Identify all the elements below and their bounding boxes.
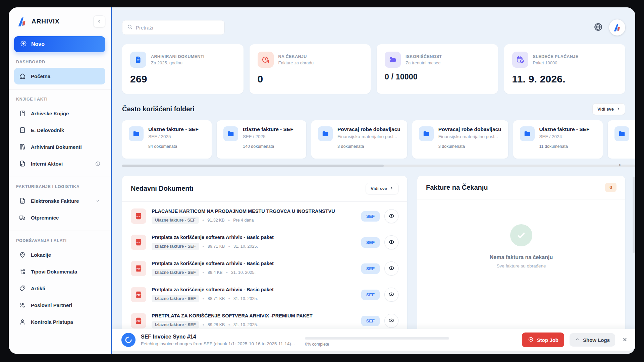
stop-job-label: Stop Job xyxy=(537,337,558,343)
pdf-file-icon: PDF xyxy=(131,313,146,328)
document-category: Izlazne fakture - SEF xyxy=(152,321,199,328)
stat-label: ARHIVIRANI DOKUMENTI xyxy=(151,54,205,59)
stat-sublabel: Paket 10000 xyxy=(533,60,579,65)
document-category: Ulazne fakture - SEF xyxy=(152,217,199,224)
folders-view-all-button[interactable]: Vidi sve xyxy=(592,103,625,115)
close-job-bar-button[interactable] xyxy=(622,337,628,344)
folder-subtitle: SEF / 2025 xyxy=(243,134,293,139)
search-box[interactable] xyxy=(122,20,225,35)
folders-section-header: Često korišćeni folderi Vidi sve xyxy=(122,103,625,115)
stop-job-button[interactable]: Stop Job xyxy=(522,333,564,347)
folder-card[interactable]: Izlazne fakture - SEF SEF / 2025 140 dok… xyxy=(217,120,306,159)
sidebar-section: PODEŠAVANJA I ALATI Lokacije xyxy=(9,238,111,335)
chevron-up-icon xyxy=(575,337,580,343)
folder-card[interactable]: Povracaj robe dobavljacu Finansijsko-mat… xyxy=(311,120,407,159)
job-title: SEF Invoice Sync #14 xyxy=(141,334,295,340)
view-document-button[interactable] xyxy=(384,261,398,276)
document-title: PLACANJE KARTICOM NA PRODAJNOM MESTU TRG… xyxy=(152,208,356,214)
sidebar-item-label: Lokacije xyxy=(31,252,51,258)
search-input[interactable] xyxy=(136,25,220,31)
recent-documents-title: Nedavni Dokumenti xyxy=(131,185,194,192)
people-icon xyxy=(19,301,26,309)
view-document-button[interactable] xyxy=(384,235,398,249)
sidebar-item[interactable]: Tipovi Dokumenata xyxy=(14,263,105,280)
view-document-button[interactable] xyxy=(384,314,398,328)
calendar-clock-icon xyxy=(512,52,528,68)
sef-badge: SEF xyxy=(361,211,380,222)
view-document-button[interactable] xyxy=(384,209,398,223)
sidebar-item-label: Početna xyxy=(31,73,50,79)
horizontal-scrollbar[interactable]: ▸ xyxy=(122,165,635,167)
sidebar-item[interactable]: Lokacije xyxy=(14,246,105,263)
folder-icon xyxy=(614,126,629,141)
document-row[interactable]: PDF Pretplata za korišćenje softvera Arh… xyxy=(131,229,398,255)
new-button[interactable]: Novo xyxy=(14,36,105,52)
stat-value: 0 xyxy=(258,73,363,85)
stat-sublabel: Fakture za obradu xyxy=(278,60,314,65)
sef-badge: SEF xyxy=(361,316,380,326)
panels: Nedavni Dokumenti Vidi sve PDF xyxy=(122,176,625,350)
job-subtitle: Fetching invoice changes from SEF (chunk… xyxy=(141,341,295,346)
sidebar-collapse-button[interactable] xyxy=(93,15,105,27)
sidebar-item-label: Tipovi Dokumenata xyxy=(31,269,77,275)
folder-title: Povracaj robe dobavljacu xyxy=(337,126,400,132)
vertical-scrollbar-thumb[interactable] xyxy=(633,177,635,253)
document-size: 88.71 KB xyxy=(208,296,225,301)
folder-doc-count: 140 dokumenata xyxy=(243,144,300,149)
folder-card[interactable] xyxy=(608,120,635,159)
stop-icon xyxy=(528,336,534,344)
recent-view-all-button[interactable]: Vidi sve xyxy=(366,183,398,194)
stat-value: 0 / 10000 xyxy=(385,72,490,81)
document-row[interactable]: PDF Pretplata za korišćenje softvera Arh… xyxy=(131,255,398,282)
file-icon xyxy=(19,160,26,167)
archive-icon xyxy=(19,143,26,150)
document-category: Izlazne fakture - SEF xyxy=(152,295,199,302)
pending-invoices-title: Fakture na Čekanju xyxy=(426,184,488,191)
stat-label: NA ČEKANJU xyxy=(278,54,314,59)
journal-icon xyxy=(19,126,26,134)
eye-icon xyxy=(388,317,395,325)
sidebar-item[interactable]: Arhivirani Dokumenti xyxy=(14,138,105,155)
folder-cards-row: Ulazne fakture - SEF SEF / 2025 84 dokum… xyxy=(122,120,635,159)
document-row[interactable]: PDF PLACANJE KARTICOM NA PRODAJNOM MESTU… xyxy=(131,203,398,229)
show-logs-button[interactable]: Show Logs xyxy=(570,333,615,347)
sidebar-item[interactable]: Interni Aktovi xyxy=(14,155,105,172)
folder-doc-count: 84 dokumenata xyxy=(148,144,205,149)
sidebar-item[interactable]: Artikli xyxy=(14,280,105,297)
home-icon xyxy=(19,72,26,80)
sidebar-item-label: Arhivske Knjige xyxy=(31,111,69,116)
sidebar-item[interactable]: Elektronske Fakture xyxy=(14,192,105,209)
folder-card[interactable]: Ulazne fakture - SEF SEF / 2024 11 dokum… xyxy=(513,120,603,159)
sidebar-item[interactable]: E. Delovodnik xyxy=(14,122,105,138)
folder-title: Izlazne fakture - SEF xyxy=(243,126,293,132)
document-date: Pre 4 dana xyxy=(233,218,254,223)
sidebar-item[interactable]: Otpremnice xyxy=(14,209,105,226)
sidebar-item[interactable]: Arhivske Knjige xyxy=(14,105,105,122)
document-size: 91.32 KB xyxy=(207,218,224,223)
horizontal-scrollbar-thumb[interactable] xyxy=(122,165,384,167)
stat-value: 269 xyxy=(130,73,235,85)
document-row[interactable]: PDF Pretplata za korišćenje softvera Arh… xyxy=(131,282,398,308)
recent-documents-list: PDF PLACANJE KARTICOM NA PRODAJNOM MESTU… xyxy=(122,202,407,334)
folder-doc-count: 11 dokumenata xyxy=(539,144,596,149)
sidebar-item[interactable]: Poslovni Partneri xyxy=(14,297,105,313)
view-document-button[interactable] xyxy=(384,288,398,302)
arhivix-logo-icon xyxy=(16,16,28,27)
sidebar-item[interactable]: Kontrola Pristupa xyxy=(14,313,105,330)
main-content: ARHIVIRANI DOKUMENTI Za 2025. godinu 269… xyxy=(112,7,635,354)
sidebar-item[interactable]: Početna xyxy=(14,68,105,84)
avatar[interactable] xyxy=(609,19,625,36)
document-title: PRETPLATA ZA KORIŠĆENJE SOFTVERA ARHIVIX… xyxy=(152,313,356,318)
folder-card[interactable]: Povracaj robe dobavljacu Finansijsko-mat… xyxy=(412,120,508,159)
pdf-file-icon: PDF xyxy=(131,235,146,250)
sidebar-section-label: KNJIGE I AKTI xyxy=(16,97,103,102)
info-icon xyxy=(95,161,101,167)
bottom-strip xyxy=(112,351,635,354)
stat-label: ISKORIŠĆENOST xyxy=(406,54,442,59)
folder-card[interactable]: Ulazne fakture - SEF SEF / 2025 84 dokum… xyxy=(122,120,212,159)
document-size: 89.71 KB xyxy=(208,244,225,249)
document-category: Izlazne fakture - SEF xyxy=(152,243,199,250)
language-globe-button[interactable] xyxy=(593,22,603,33)
folder-doc-count: 3 dokumenata xyxy=(438,144,501,149)
globe-icon xyxy=(593,22,603,33)
